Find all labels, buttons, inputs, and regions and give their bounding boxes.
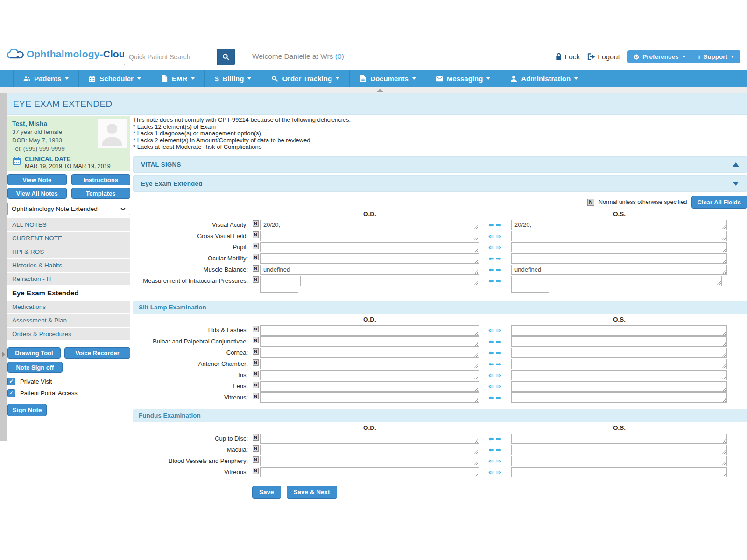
od-vitreous-field[interactable]: [261, 468, 479, 477]
copy-right-arrow-icon[interactable]: ⇒: [495, 221, 502, 229]
lock-button[interactable]: Lock: [555, 53, 580, 61]
normal-toggle-pupil[interactable]: N: [253, 243, 259, 249]
od-vitreous-field[interactable]: [261, 393, 479, 402]
od-cornea-field[interactable]: [261, 348, 479, 357]
nav-item-administration[interactable]: Administration: [500, 70, 588, 87]
copy-left-arrow-icon[interactable]: ⇐: [487, 266, 495, 273]
copy-right-arrow-icon[interactable]: ⇒: [495, 244, 502, 251]
support-button[interactable]: i Support: [692, 50, 740, 63]
save-next-button[interactable]: Save & Next: [287, 486, 337, 499]
od-iris-field[interactable]: [261, 371, 479, 380]
os-lens-field[interactable]: [512, 382, 726, 391]
patient-portal-access-checkbox[interactable]: ✓: [7, 389, 15, 397]
normal-toggle-vitreous[interactable]: N: [253, 393, 259, 399]
od-pupil-field[interactable]: [261, 243, 479, 252]
drawing-tool-button[interactable]: Drawing Tool: [7, 347, 61, 359]
copy-left-arrow-icon[interactable]: ⇐: [487, 277, 495, 285]
copy-right-arrow-icon[interactable]: ⇒: [495, 457, 502, 465]
normal-toggle-vitreous[interactable]: N: [253, 468, 259, 474]
copy-left-arrow-icon[interactable]: ⇐: [487, 232, 495, 240]
normal-toggle-iris[interactable]: N: [253, 371, 259, 377]
private-visit-checkbox[interactable]: ✓: [7, 378, 15, 385]
normal-toggle-gross-visual-field[interactable]: N: [253, 231, 259, 238]
nav-item-documents[interactable]: Documents: [350, 70, 426, 87]
welcome-count-link[interactable]: (0): [335, 52, 344, 60]
normal-toggle-cup-to-disc[interactable]: N: [253, 434, 259, 441]
eye-exam-extended-panel-header[interactable]: Eye Exam Extended: [133, 175, 747, 192]
sidebar-item-assessment-plan[interactable]: Assessment & Plan: [7, 314, 130, 327]
copy-left-arrow-icon[interactable]: ⇐: [487, 446, 495, 454]
copy-left-arrow-icon[interactable]: ⇐: [487, 435, 495, 442]
copy-right-arrow-icon[interactable]: ⇒: [495, 394, 502, 401]
copy-right-arrow-icon[interactable]: ⇒: [495, 446, 502, 454]
preferences-button[interactable]: ⚙ Preferences: [627, 50, 692, 63]
os-vitreous-field[interactable]: [512, 468, 726, 477]
save-button[interactable]: Save: [252, 486, 281, 499]
os-cornea-field[interactable]: [512, 348, 726, 357]
sidebar-collapse-handle[interactable]: [0, 346, 7, 362]
os-muscle-balance-field[interactable]: [512, 265, 726, 274]
copy-right-arrow-icon[interactable]: ⇒: [495, 232, 502, 240]
normal-toggle-measurement-of-intraocular-pressures[interactable]: N: [253, 276, 259, 283]
od-lens-field[interactable]: [261, 382, 479, 391]
sign-note-button[interactable]: Sign Note: [7, 404, 47, 416]
copy-left-arrow-icon[interactable]: ⇐: [487, 457, 495, 465]
od-lids-lashes-field[interactable]: [261, 326, 479, 335]
normal-toggle-visual-acuity[interactable]: N: [253, 220, 259, 227]
patient-portal-access-option[interactable]: ✓Patient Portal Access: [7, 389, 130, 397]
sidebar-item-medications[interactable]: Medications: [7, 301, 130, 313]
copy-right-arrow-icon[interactable]: ⇒: [495, 383, 502, 390]
sidebar-item-refraction-h[interactable]: Refraction - H: [7, 273, 130, 285]
nav-item-order-tracking[interactable]: Order Tracking: [261, 70, 350, 87]
copy-right-arrow-icon[interactable]: ⇒: [495, 371, 502, 379]
clear-all-fields-button[interactable]: Clear All Fields: [691, 196, 747, 209]
sidebar-item-all-notes[interactable]: ALL NOTES: [7, 218, 130, 231]
os-measurement-of-intraocular-pressures-value-input[interactable]: [511, 276, 549, 293]
voice-recorder-button[interactable]: Voice Recorder: [64, 347, 130, 359]
copy-left-arrow-icon[interactable]: ⇐: [487, 349, 495, 357]
normal-toggle-cornea[interactable]: N: [253, 348, 259, 355]
normal-toggle-blood-vessels-and-periphery[interactable]: N: [253, 456, 259, 463]
copy-right-arrow-icon[interactable]: ⇒: [495, 327, 502, 334]
od-gross-visual-field-field[interactable]: [261, 231, 479, 241]
os-visual-acuity-field[interactable]: [512, 220, 726, 230]
nav-item-patients[interactable]: Patients: [13, 70, 79, 87]
quick-patient-search-input[interactable]: [124, 49, 217, 65]
normal-toggle-muscle-balance[interactable]: N: [253, 265, 259, 272]
od-blood-vessels-and-periphery-field[interactable]: [261, 456, 479, 466]
private-visit-option[interactable]: ✓Private Visit: [7, 378, 130, 385]
scroll-up-caret-icon[interactable]: [376, 89, 384, 92]
note-sign-off-button[interactable]: Note Sign off: [7, 362, 63, 373]
copy-left-arrow-icon[interactable]: ⇐: [487, 255, 495, 262]
os-gross-visual-field-field[interactable]: [512, 231, 726, 241]
copy-left-arrow-icon[interactable]: ⇐: [487, 371, 495, 379]
normal-toggle-macula[interactable]: N: [253, 445, 259, 452]
copy-left-arrow-icon[interactable]: ⇐: [487, 383, 495, 390]
templates-button[interactable]: Templates: [71, 188, 131, 199]
nav-item-emr[interactable]: EMR: [151, 70, 205, 87]
copy-left-arrow-icon[interactable]: ⇐: [487, 221, 495, 229]
note-template-select[interactable]: Ophthalmology Note Extended: [7, 203, 130, 215]
copy-right-arrow-icon[interactable]: ⇒: [495, 469, 502, 476]
vital-signs-panel-header[interactable]: VITAL SIGNS: [133, 156, 747, 173]
normal-toggle-lids-lashes[interactable]: N: [253, 326, 259, 332]
copy-left-arrow-icon[interactable]: ⇐: [487, 244, 495, 251]
sidebar-item-eye-exam-extended[interactable]: Eye Exam Extended: [7, 286, 130, 300]
normal-toggle-ocular-motility[interactable]: N: [253, 254, 259, 260]
nav-item-scheduler[interactable]: Scheduler: [79, 70, 151, 87]
copy-right-arrow-icon[interactable]: ⇒: [495, 277, 502, 285]
od-macula-field[interactable]: [261, 445, 479, 455]
copy-right-arrow-icon[interactable]: ⇒: [495, 338, 502, 345]
od-visual-acuity-field[interactable]: [261, 220, 479, 230]
logout-button[interactable]: Logout: [587, 53, 620, 61]
sidebar-item-orders-procedures[interactable]: Orders & Procedures: [7, 328, 130, 340]
copy-left-arrow-icon[interactable]: ⇐: [487, 469, 495, 476]
os-bulbar-and-palpebral-conjunctivae-field[interactable]: [512, 337, 726, 346]
os-lids-lashes-field[interactable]: [512, 326, 726, 335]
os-anterior-chamber-field[interactable]: [512, 359, 726, 369]
os-pupil-field[interactable]: [512, 243, 726, 252]
instructions-button[interactable]: Instructions: [71, 174, 131, 185]
copy-right-arrow-icon[interactable]: ⇒: [495, 360, 502, 368]
copy-right-arrow-icon[interactable]: ⇒: [495, 266, 502, 273]
search-button[interactable]: [217, 49, 235, 65]
